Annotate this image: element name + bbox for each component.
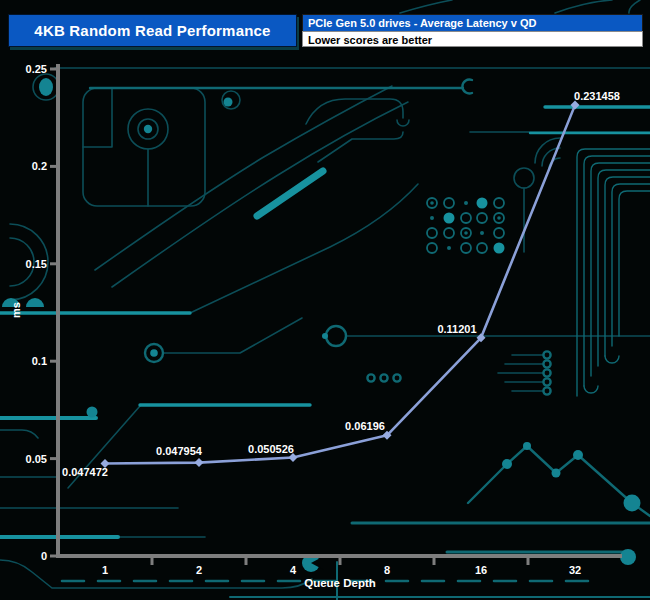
x-tick-label: 1 — [102, 564, 108, 576]
x-tick-label: 4 — [290, 564, 297, 576]
chart-subtitle-block: PCIe Gen 5.0 drives - Average Latency v … — [302, 14, 643, 47]
latency-chart: 00.050.10.150.20.2512481632Queue Depthms… — [0, 0, 650, 600]
x-tick-label: 2 — [196, 564, 202, 576]
data-label: 0.06196 — [345, 420, 385, 432]
chart-note: Lower scores are better — [302, 31, 643, 47]
x-tick-label: 8 — [384, 564, 390, 576]
data-label: 0.047954 — [156, 445, 203, 457]
chart-title-box: 4KB Random Read Performance — [8, 14, 297, 47]
x-tick-label: 16 — [475, 564, 487, 576]
y-tick-label: 0.15 — [26, 258, 47, 270]
y-tick-label: 0 — [41, 550, 47, 562]
series-line — [105, 105, 575, 463]
data-label: 0.231458 — [574, 90, 620, 102]
data-label: 0.050526 — [248, 443, 294, 455]
x-axis-title: Queue Depth — [304, 577, 376, 589]
y-tick-label: 0.25 — [26, 63, 47, 75]
y-tick-label: 0.2 — [32, 160, 47, 172]
x-tick-label: 32 — [569, 564, 581, 576]
screenshot-root: 00.050.10.150.20.2512481632Queue Depthms… — [0, 0, 650, 600]
chart-subtitle: PCIe Gen 5.0 drives - Average Latency v … — [302, 14, 643, 31]
series-marker — [195, 458, 204, 467]
data-label: 0.047472 — [62, 466, 108, 478]
y-tick-label: 0.1 — [32, 355, 47, 367]
data-label: 0.11201 — [437, 323, 476, 335]
y-tick-label: 0.05 — [26, 453, 47, 465]
y-axis-title: ms — [10, 302, 22, 318]
chart-title: 4KB Random Read Performance — [34, 22, 270, 39]
